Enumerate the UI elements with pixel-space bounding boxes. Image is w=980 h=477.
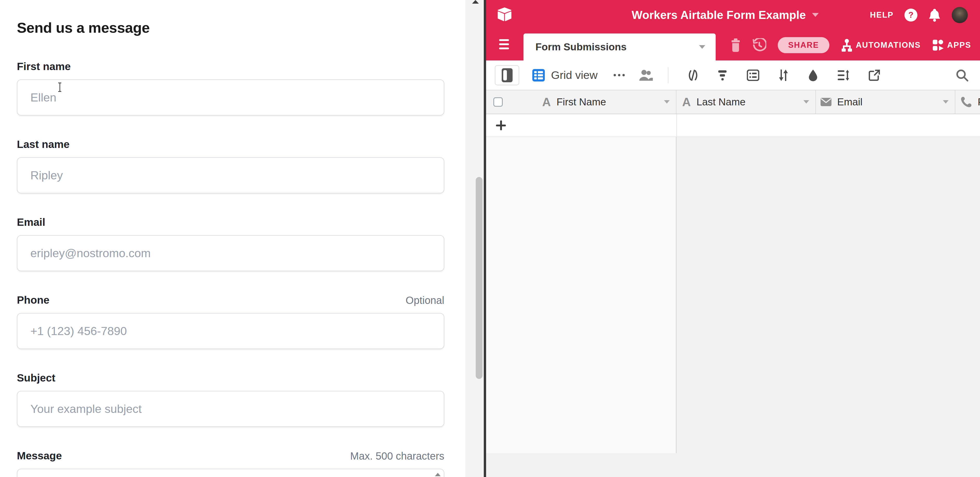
grid-view-icon[interactable]	[532, 69, 545, 81]
notifications-bell-icon[interactable]	[928, 8, 941, 22]
automations-icon	[841, 39, 853, 52]
airtable-pane: Workers Airtable Form Example HELP ? For…	[486, 0, 980, 477]
message-max-chars-hint: Max. 500 characters	[350, 450, 444, 462]
add-record-row[interactable]	[486, 114, 980, 137]
airtable-logo-icon[interactable]	[496, 7, 512, 23]
grid-empty-left	[486, 137, 676, 453]
single-line-text-field-icon: A	[682, 95, 691, 109]
grid-empty-area	[486, 137, 980, 453]
trash-icon[interactable]	[730, 38, 741, 52]
share-view-icon[interactable]	[868, 69, 880, 81]
message-label: Message	[17, 450, 62, 462]
add-record-plus-icon[interactable]	[496, 120, 506, 130]
base-title[interactable]: Workers Airtable Form Example	[632, 9, 819, 22]
contact-form-pane: Send us a message First name Last name E…	[0, 0, 465, 477]
column-header-phone[interactable]: Phone	[955, 90, 980, 114]
grid-header-row: A First Name A Last Name Email	[486, 90, 980, 114]
automations-button[interactable]: AUTOMATIONS	[841, 39, 921, 52]
tab-caret-icon[interactable]	[699, 45, 705, 49]
view-toolbar: Grid view	[486, 60, 980, 90]
topbar-actions: HELP ?	[870, 0, 968, 30]
view-sidebar-toggle-button[interactable]	[495, 65, 519, 86]
user-avatar[interactable]	[952, 7, 968, 23]
column-caret-icon[interactable]	[664, 100, 670, 103]
row-height-icon[interactable]	[837, 69, 850, 81]
base-title-caret-icon[interactable]	[812, 13, 819, 17]
tabbar-actions: SHARE AUTOMATIONS	[730, 30, 971, 60]
first-name-label: First name	[17, 60, 71, 73]
column-label: Phone	[978, 96, 980, 108]
subject-input[interactable]	[17, 391, 444, 427]
automations-label: AUTOMATIONS	[856, 41, 921, 50]
view-name[interactable]: Grid view	[551, 69, 598, 81]
field-phone: Phone Optional	[17, 294, 444, 349]
column-label: Email	[837, 96, 862, 108]
hide-fields-icon[interactable]	[687, 69, 699, 81]
field-subject: Subject	[17, 372, 444, 427]
column-label: Last Name	[697, 96, 746, 108]
color-icon[interactable]	[808, 69, 818, 81]
apps-label: APPS	[947, 41, 971, 50]
scrollbar-up-arrow-icon[interactable]	[472, 0, 479, 4]
share-label: SHARE	[788, 41, 819, 50]
column-header-last-name[interactable]: A Last Name	[676, 90, 816, 114]
scrollbar-thumb[interactable]	[476, 177, 482, 379]
email-field-icon	[821, 98, 832, 106]
column-label: First Name	[557, 96, 606, 108]
filter-icon[interactable]	[718, 69, 728, 81]
select-all-checkbox[interactable]	[493, 97, 503, 107]
message-textarea[interactable]	[17, 469, 444, 477]
collaborators-icon[interactable]	[639, 69, 653, 81]
history-icon[interactable]	[752, 38, 766, 52]
tab-form-submissions[interactable]: Form Submissions	[523, 33, 716, 60]
phone-optional-hint: Optional	[406, 295, 444, 306]
airtable-tabbar: Form Submissions	[486, 30, 980, 60]
subject-label: Subject	[17, 372, 55, 384]
hamburger-menu-icon[interactable]	[499, 39, 509, 49]
search-icon[interactable]	[956, 69, 969, 82]
single-line-text-field-icon: A	[542, 95, 551, 109]
toolbar-divider	[668, 67, 668, 83]
pane-divider	[484, 0, 486, 477]
airtable-topbar: Workers Airtable Form Example HELP ?	[486, 0, 980, 30]
phone-label: Phone	[17, 294, 49, 306]
column-divider	[676, 114, 677, 136]
sidebar-panel-icon	[502, 68, 512, 82]
screen: Send us a message First name Last name E…	[0, 0, 980, 477]
column-caret-icon[interactable]	[943, 100, 948, 103]
column-header-email[interactable]: Email	[816, 90, 955, 114]
field-message: Message Max. 500 characters	[17, 450, 444, 477]
sort-icon[interactable]	[778, 69, 789, 81]
field-first-name: First name	[17, 60, 444, 116]
form-title: Send us a message	[17, 19, 465, 36]
first-name-input[interactable]	[17, 79, 444, 116]
help-button[interactable]: HELP	[870, 10, 894, 20]
phone-field-icon	[961, 96, 972, 108]
base-title-text: Workers Airtable Form Example	[632, 9, 806, 22]
last-name-input[interactable]	[17, 157, 444, 193]
help-question-icon[interactable]: ?	[904, 9, 918, 22]
phone-input[interactable]	[17, 313, 444, 349]
apps-button[interactable]: APPS	[932, 39, 971, 51]
textarea-scrollbar[interactable]	[434, 471, 441, 477]
tab-label: Form Submissions	[535, 41, 627, 53]
page-scrollbar[interactable]	[465, 0, 484, 477]
last-name-label: Last name	[17, 138, 70, 151]
group-icon[interactable]	[747, 70, 759, 81]
textarea-scrollbar-up-icon[interactable]	[435, 473, 441, 476]
grid-empty-right	[676, 137, 980, 453]
text-cursor-icon	[58, 82, 62, 92]
apps-icon	[932, 39, 944, 51]
email-label: Email	[17, 216, 45, 228]
email-input[interactable]	[17, 235, 444, 271]
view-options-ellipsis-icon[interactable]	[614, 74, 625, 76]
column-caret-icon[interactable]	[803, 100, 809, 103]
field-last-name: Last name	[17, 138, 444, 193]
field-email: Email	[17, 216, 444, 271]
column-header-first-name[interactable]: A First Name	[486, 90, 676, 114]
share-button[interactable]: SHARE	[778, 37, 829, 53]
